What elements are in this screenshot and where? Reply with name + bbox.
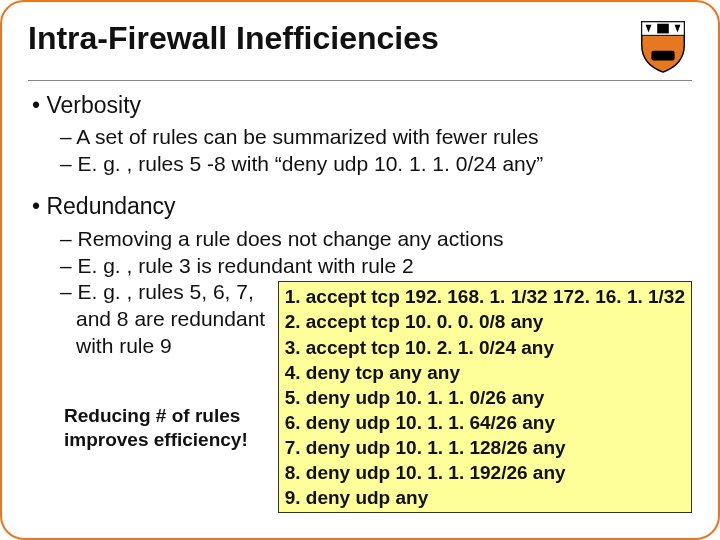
rule-4: 4. deny tcp any any <box>285 360 685 385</box>
firewall-rule-list: 1. accept tcp 192. 168. 1. 1/32 172. 16.… <box>278 281 692 513</box>
rule-2: 2. accept tcp 10. 0. 0. 0/8 any <box>285 309 685 334</box>
verbosity-line-1: A set of rules can be summarized with fe… <box>60 124 692 151</box>
rule-1: 1. accept tcp 192. 168. 1. 1/32 172. 16.… <box>285 284 685 309</box>
redundancy-two-col: E. g. , rules 5, 6, 7, and 8 are redunda… <box>32 279 692 513</box>
redundancy-left-col: E. g. , rules 5, 6, 7, and 8 are redunda… <box>32 279 268 452</box>
slide-header: Intra-Firewall Inefficiencies <box>28 20 692 74</box>
caption-line-a: Reducing # of rules <box>64 404 268 428</box>
rule-3: 3. accept tcp 10. 2. 1. 0/24 any <box>285 335 685 360</box>
redundancy-split-a: E. g. , rules 5, 6, 7, <box>60 279 268 306</box>
svg-rect-0 <box>657 24 669 34</box>
verbosity-line-2: E. g. , rules 5 -8 with “deny udp 10. 1.… <box>60 151 692 178</box>
redundancy-heading: Redundancy <box>46 193 175 219</box>
princeton-crest-icon <box>634 16 692 74</box>
redundancy-split-c: with rule 9 <box>32 333 268 360</box>
rule-5: 5. deny udp 10. 1. 1. 0/26 any <box>285 385 685 410</box>
rule-7: 7. deny udp 10. 1. 1. 128/26 any <box>285 435 685 460</box>
bullet-redundancy: Redundancy Removing a rule does not chan… <box>32 192 692 513</box>
rule-6: 6. deny udp 10. 1. 1. 64/26 any <box>285 410 685 435</box>
svg-rect-1 <box>651 51 674 61</box>
verbosity-heading: Verbosity <box>46 92 141 118</box>
title-divider <box>28 80 692 81</box>
redundancy-line-2: E. g. , rule 3 is redundant with rule 2 <box>60 253 692 280</box>
slide-frame: Intra-Firewall Inefficiencies Verbosity … <box>0 0 720 540</box>
caption-line-b: improves efficiency! <box>64 428 268 452</box>
rule-9: 9. deny udp any <box>285 485 685 510</box>
redundancy-split-b: and 8 are redundant <box>32 306 268 333</box>
bullet-verbosity: Verbosity A set of rules can be summariz… <box>32 91 692 178</box>
redundancy-line-1: Removing a rule does not change any acti… <box>60 226 692 253</box>
efficiency-caption: Reducing # of rules improves efficiency! <box>32 404 268 453</box>
slide-content: Verbosity A set of rules can be summariz… <box>28 91 692 513</box>
rule-8: 8. deny udp 10. 1. 1. 192/26 any <box>285 460 685 485</box>
slide-title: Intra-Firewall Inefficiencies <box>28 20 439 57</box>
